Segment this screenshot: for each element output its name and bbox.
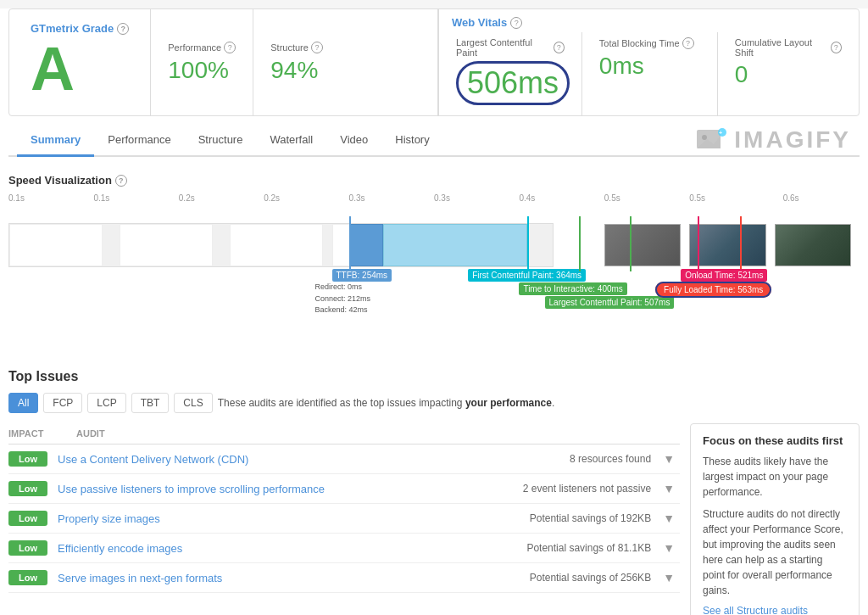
lcp-label: Largest Contentful Paint ? xyxy=(456,37,565,58)
grade-title-label: GTmetrix Grade ? xyxy=(31,22,129,35)
lcp-help-icon[interactable]: ? xyxy=(554,42,565,53)
structure-metric: Structure ? 94% xyxy=(253,9,355,115)
focus-box-link[interactable]: See all Structure audits xyxy=(703,605,808,615)
structure-help-icon[interactable]: ? xyxy=(311,42,323,53)
timeline-ruler: 0.1s 0.1s 0.2s 0.2s 0.3s 0.3s 0.4s 0.5s … xyxy=(8,193,860,204)
grade-section: GTmetrix Grade ? A Performance ? 100% St… xyxy=(8,8,860,116)
fully-loaded-label: Fully Loaded Time: 563ms xyxy=(655,282,771,298)
expand-arrow-1[interactable]: ▼ xyxy=(658,482,680,495)
web-vitals-help-icon[interactable]: ? xyxy=(510,17,522,29)
ttfb-sub-redirect: Redirect: 0ms xyxy=(314,282,370,294)
metrics-group: Performance ? 100% Structure ? 94% xyxy=(151,9,437,115)
impact-badge-2: Low xyxy=(8,511,47,526)
cls-label: Cumulative Layout Shift ? xyxy=(735,37,842,58)
ttfb-label: TTFB: 254ms xyxy=(332,269,392,282)
audit-detail-4: Potential savings of 256KB xyxy=(471,572,658,584)
issues-table: IMPACT AUDIT Low Use a Content Delivery … xyxy=(8,423,680,593)
performance-help-icon[interactable]: ? xyxy=(224,42,236,53)
speed-viz-title: Speed Visualization ? xyxy=(8,174,860,187)
tbt-label: Total Blocking Time ? xyxy=(599,37,700,49)
tl-block-3 xyxy=(230,224,323,266)
imagify-logo: + IMAGIFY xyxy=(695,126,851,155)
ttfb-bar xyxy=(349,224,383,266)
audit-link-2[interactable]: Properly size images xyxy=(58,512,471,525)
tab-performance[interactable]: Performance xyxy=(94,125,184,157)
screenshot-3 xyxy=(775,224,851,266)
cls-value: 0 xyxy=(735,61,842,88)
issues-header: IMPACT AUDIT xyxy=(8,423,680,444)
ttfb-sub-connect: Connect: 212ms xyxy=(314,294,370,305)
filter-lcp[interactable]: LCP xyxy=(87,393,125,413)
lcp-metric: Largest Contentful Paint ? 506ms xyxy=(439,32,582,115)
tbt-help-icon[interactable]: ? xyxy=(682,37,694,49)
structure-label: Structure ? xyxy=(270,42,338,53)
lcp-timeline-label: Largest Contentful Paint: 507ms xyxy=(545,296,675,309)
filter-cls[interactable]: CLS xyxy=(174,393,212,413)
tab-history[interactable]: History xyxy=(381,125,442,157)
screenshot-2 xyxy=(689,224,765,266)
top-issues-title: Top Issues xyxy=(8,369,860,384)
impact-badge-1: Low xyxy=(8,481,47,496)
speed-visualization: Speed Visualization ? 0.1s 0.1s 0.2s 0.2… xyxy=(8,165,860,361)
fcp-bar xyxy=(383,224,528,266)
audit-detail-3: Potential savings of 81.1KB xyxy=(471,542,658,554)
grade-help-icon[interactable]: ? xyxy=(117,23,129,35)
ttfb-sub: Redirect: 0ms Connect: 212ms Backend: 42… xyxy=(314,282,370,316)
audit-detail-0: 8 resources found xyxy=(471,453,658,465)
impact-badge-0: Low xyxy=(8,451,47,467)
screenshot-1 xyxy=(604,224,681,266)
expand-arrow-2[interactable]: ▼ xyxy=(658,512,680,525)
expand-arrow-3[interactable]: ▼ xyxy=(658,541,680,555)
timeline-area: TTFB: 254ms Redirect: 0ms Connect: 212ms… xyxy=(8,216,860,352)
audit-detail-2: Potential savings of 192KB xyxy=(471,512,658,524)
impact-badge-4: Low xyxy=(8,570,47,585)
lcp-value: 506ms xyxy=(456,61,565,105)
filter-all[interactable]: All xyxy=(8,393,38,413)
issue-row: Low Properly size images Potential savin… xyxy=(8,504,680,534)
header-audit: AUDIT xyxy=(76,428,680,439)
tab-structure[interactable]: Structure xyxy=(185,125,257,157)
focus-box-title: Focus on these audits first xyxy=(703,434,847,447)
tab-video[interactable]: Video xyxy=(326,125,381,157)
onload-marker-line xyxy=(698,216,699,271)
ttfb-sub-backend: Backend: 42ms xyxy=(314,305,370,316)
performance-metric: Performance ? 100% xyxy=(151,9,253,115)
fully-loaded-wrapper: Fully Loaded Time: 563ms xyxy=(655,282,771,295)
expand-arrow-4[interactable]: ▼ xyxy=(658,571,680,584)
top-issues: Top Issues All FCP LCP TBT CLS These aud… xyxy=(8,369,860,615)
filter-tbt[interactable]: TBT xyxy=(131,393,170,413)
tbt-metric: Total Blocking Time ? 0ms xyxy=(582,32,718,115)
web-vitals-title: Web Vitals xyxy=(452,16,507,29)
audit-link-0[interactable]: Use a Content Delivery Network (CDN) xyxy=(58,453,471,466)
tti-marker-line xyxy=(579,216,581,271)
structure-value: 94% xyxy=(270,57,338,84)
audit-link-1[interactable]: Use passive listeners to improve scrolli… xyxy=(58,483,471,495)
expand-arrow-0[interactable]: ▼ xyxy=(658,452,680,466)
issue-row: Low Serve images in next-gen formats Pot… xyxy=(8,563,680,593)
imagify-icon-svg: + xyxy=(695,126,729,155)
issues-wrapper: IMPACT AUDIT Low Use a Content Delivery … xyxy=(8,423,860,615)
tab-waterfall[interactable]: Waterfall xyxy=(256,125,326,157)
issue-row: Low Use passive listeners to improve scr… xyxy=(8,474,680,504)
cls-metric: Cumulative Layout Shift ? 0 xyxy=(718,32,859,115)
focus-box-text1: These audits likely have the largest imp… xyxy=(703,454,847,500)
audit-detail-1: 2 event listeners not passive xyxy=(471,483,658,495)
svg-text:+: + xyxy=(719,130,722,136)
cls-help-icon[interactable]: ? xyxy=(831,42,842,53)
issue-row: Low Efficiently encode images Potential … xyxy=(8,534,680,563)
imagify-text: IMAGIFY xyxy=(734,126,851,154)
header-impact: IMPACT xyxy=(8,428,76,439)
speed-viz-help-icon[interactable]: ? xyxy=(115,175,127,187)
web-vitals-header: Web Vitals ? xyxy=(439,9,859,32)
audit-link-4[interactable]: Serve images in next-gen formats xyxy=(58,572,471,584)
impact-badge-3: Low xyxy=(8,540,47,556)
tti-label: Time to Interactive: 400ms xyxy=(519,282,626,295)
tbt-value: 0ms xyxy=(599,53,700,80)
tab-summary[interactable]: Summary xyxy=(17,125,94,157)
grade-box: GTmetrix Grade ? A xyxy=(9,9,151,115)
audit-link-3[interactable]: Efficiently encode images xyxy=(58,542,471,555)
filter-fcp[interactable]: FCP xyxy=(43,393,82,413)
svg-point-1 xyxy=(702,135,707,140)
fully-loaded-marker-line xyxy=(740,216,742,271)
grade-letter: A xyxy=(31,38,75,99)
